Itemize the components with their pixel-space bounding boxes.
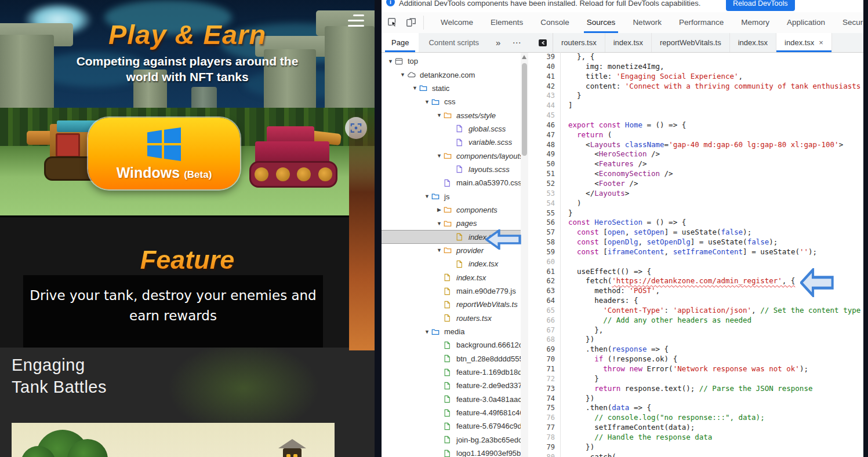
tree-item-index-tsx[interactable]: index.tsx (382, 257, 521, 270)
tree-scrollbar[interactable] (521, 53, 528, 457)
main-tab-welcome[interactable]: Welcome (432, 12, 482, 33)
tree-item-components-layouts[interactable]: ▼components/layouts (382, 149, 521, 162)
line-number[interactable]: 74 (533, 394, 560, 404)
line-number[interactable]: 52 (533, 179, 560, 189)
line-number[interactable]: 69 (533, 345, 560, 354)
tree-expander-icon[interactable]: ▼ (423, 193, 431, 199)
tree-item-logo1-149903ef95beb[interactable]: logo1.149903ef95beb (382, 447, 521, 457)
windows-download-button[interactable]: Windows (Beta) (88, 118, 240, 189)
main-tab-application[interactable]: Application (778, 12, 834, 33)
close-tab-icon[interactable]: × (819, 38, 823, 47)
line-number[interactable]: 48 (533, 140, 560, 150)
line-number[interactable]: 40 (533, 62, 560, 72)
tree-item-reportwebvitals-ts[interactable]: reportWebVitals.ts (382, 298, 521, 311)
line-number[interactable]: 60 (533, 257, 560, 267)
line-number[interactable]: 80 (533, 452, 560, 457)
line-number[interactable]: 73 (533, 384, 560, 394)
tree-item-layouts-scss[interactable]: layouts.scss (382, 163, 521, 176)
line-number[interactable]: 75 (533, 403, 560, 413)
hide-navigator-icon[interactable] (533, 33, 553, 52)
tree-item-feature-4-49f681c46ee[interactable]: feature-4.49f681c46ee (382, 406, 521, 419)
tree-item-global-scss[interactable]: global.scss (382, 122, 521, 136)
line-number[interactable]: 43 (533, 91, 560, 101)
line-number[interactable]: 70 (533, 354, 560, 364)
main-tab-sources[interactable]: Sources (578, 12, 624, 33)
tree-item-background-66612c6b[interactable]: background.66612c6b (382, 338, 521, 352)
line-number[interactable]: 39 (533, 52, 560, 62)
tree-expander-icon[interactable]: ▼ (435, 153, 444, 159)
line-number[interactable]: 55 (533, 209, 560, 218)
tree-item-feature-5-67946c9ddf[interactable]: feature-5.67946c9ddf (382, 419, 521, 433)
line-number[interactable]: 59 (533, 247, 560, 257)
tree-item-feature-3-0a481aac1f3[interactable]: feature-3.0a481aac1f3 (382, 393, 521, 406)
tree-item-media[interactable]: ▼media (382, 325, 521, 338)
line-number[interactable]: 58 (533, 237, 560, 247)
line-number[interactable]: 42 (533, 82, 560, 92)
tree-item-components[interactable]: ▶components (382, 203, 521, 217)
line-number[interactable]: 51 (533, 169, 560, 179)
tree-expander-icon[interactable]: ▼ (398, 72, 407, 78)
tree-expander-icon[interactable]: ▼ (435, 247, 444, 253)
main-tab-performance[interactable]: Performance (670, 12, 732, 33)
inspect-icon[interactable] (386, 17, 399, 28)
editor-tab-index-tsx-3[interactable]: index.tsx (730, 33, 776, 52)
tree-item-main-e90de779-js[interactable]: main.e90de779.js (382, 284, 521, 298)
line-number[interactable]: 54 (533, 199, 560, 209)
chevron-double-right-icon[interactable]: » (491, 33, 505, 52)
tree-item-static[interactable]: ▼static (382, 82, 521, 95)
editor-tab-reportwebvitals-ts-2[interactable]: reportWebVitals.ts (652, 33, 730, 52)
editor-tab-index-tsx-1[interactable]: index.tsx (605, 33, 652, 52)
line-number[interactable]: 72 (533, 374, 560, 384)
line-number[interactable]: 46 (533, 120, 560, 130)
line-number[interactable]: 49 (533, 149, 560, 159)
line-number[interactable]: 53 (533, 189, 560, 199)
tree-item-pages[interactable]: ▼pages (382, 217, 521, 230)
line-number[interactable]: 41 (533, 72, 560, 82)
line-number[interactable]: 61 (533, 267, 560, 277)
line-number[interactable]: 47 (533, 130, 560, 140)
line-number[interactable]: 56 (533, 218, 560, 228)
reload-devtools-button[interactable]: Reload DevTools (726, 0, 795, 11)
tree-item-join-bg-2a3bc65edcac[interactable]: join-bg.2a3bc65edcac (382, 433, 521, 447)
editor-tab-routers-tsx-0[interactable]: routers.tsx (553, 33, 605, 52)
main-tab-console[interactable]: Console (532, 12, 578, 33)
line-number[interactable]: 71 (533, 364, 560, 374)
line-number[interactable]: 65 (533, 306, 560, 316)
tree-item-btn-d-28e8dddd555a3[interactable]: btn_d.28e8dddd555a3 (382, 352, 521, 365)
tree-item-variable-scss[interactable]: variable.scss (382, 136, 521, 149)
tree-item-assets-style[interactable]: ▼assets/style (382, 108, 521, 122)
main-tab-memory[interactable]: Memory (732, 12, 778, 33)
line-number[interactable]: 64 (533, 296, 560, 306)
editor-tab-index-tsx-4[interactable]: index.tsx× (776, 33, 832, 52)
line-number[interactable]: 45 (533, 111, 560, 120)
tree-expander-icon[interactable]: ▼ (423, 99, 431, 105)
line-number[interactable]: 68 (533, 335, 560, 345)
tree-item-js[interactable]: ▼js (382, 189, 521, 203)
line-number[interactable]: 44 (533, 101, 560, 111)
tree-expander-icon[interactable]: ▼ (386, 59, 395, 64)
tree-item-main-a0a53970-css[interactable]: main.a0a53970.css (382, 176, 521, 189)
tree-item-feature-1-169db18d2c[interactable]: feature-1.169db18d2c (382, 365, 521, 379)
tree-expander-icon[interactable]: ▼ (435, 221, 444, 226)
tree-item-routers-tsx[interactable]: routers.tsx (382, 312, 521, 325)
main-tab-elements[interactable]: Elements (482, 12, 532, 33)
tree-item-css[interactable]: ▼css (382, 95, 521, 108)
line-number[interactable]: 57 (533, 228, 560, 237)
main-tab-security[interactable]: Security (834, 12, 863, 33)
tree-item-feature-2-de9ed33714[interactable]: feature-2.de9ed33714 (382, 379, 521, 392)
line-number[interactable]: 63 (533, 286, 560, 296)
tree-item-top[interactable]: ▼top (382, 54, 521, 68)
tree-expander-icon[interactable]: ▼ (435, 112, 444, 118)
tree-item-detankzone-com[interactable]: ▼detankzone.com (382, 68, 521, 81)
navigator-tab-page[interactable]: Page (382, 33, 419, 52)
more-options-icon[interactable]: ⋯ (507, 33, 525, 52)
navigator-tab-content-scripts[interactable]: Content scripts (419, 33, 489, 52)
line-number[interactable]: 78 (533, 433, 560, 443)
line-number[interactable]: 50 (533, 159, 560, 169)
tree-item-index-tsx[interactable]: index.tsx (382, 271, 521, 284)
scrollbar-thumb[interactable] (522, 63, 527, 156)
scroll-up-arrow-icon[interactable] (522, 55, 526, 59)
line-number[interactable]: 76 (533, 413, 560, 423)
tree-expander-icon[interactable]: ▼ (423, 329, 431, 335)
line-number[interactable]: 67 (533, 326, 560, 335)
